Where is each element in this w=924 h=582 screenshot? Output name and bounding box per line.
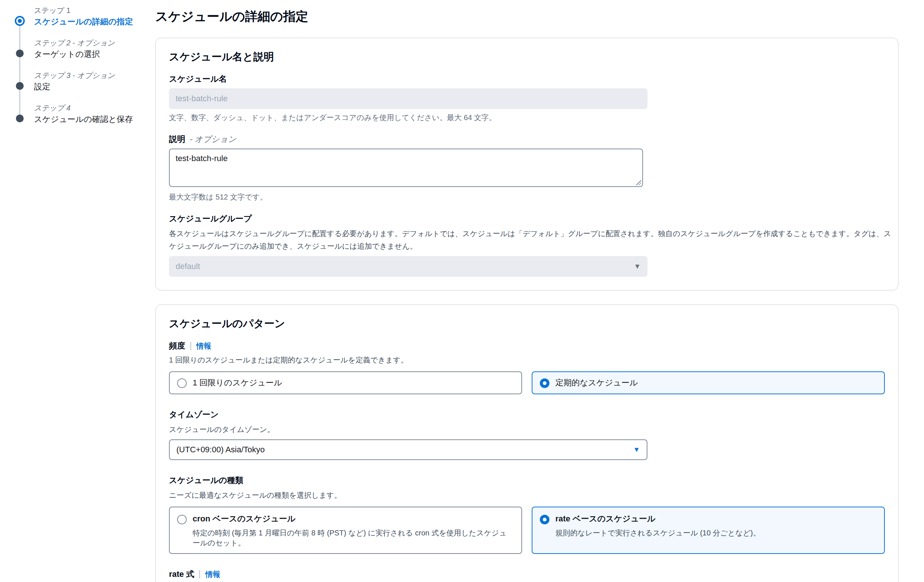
optional-suffix: - オプション — [190, 135, 236, 144]
timezone-description: スケジュールのタイムゾーン。 — [169, 423, 885, 436]
tile-title: rate ベースのスケジュール — [555, 513, 760, 524]
schedule-type-options: cron ベースのスケジュール 特定の時刻 (毎月第 1 月曜日の午前 8 時 … — [169, 506, 885, 554]
card-heading: スケジュール名と説明 — [169, 50, 885, 64]
step-label: ステップ 3 - オプション — [34, 70, 155, 81]
page: ステップ 1 スケジュールの詳細の指定 ステップ 2 - オプション ターゲット… — [0, 0, 924, 582]
timezone-selected-value: (UTC+09:00) Asia/Tokyo — [177, 445, 265, 454]
schedule-name-label: スケジュール名 — [169, 74, 885, 85]
schedule-group-select: default ▼ — [169, 256, 647, 277]
schedule-type-label: スケジュールの種類 — [169, 475, 885, 486]
step-title[interactable]: 設定 — [34, 81, 155, 92]
step-title[interactable]: スケジュールの詳細の指定 — [34, 16, 155, 27]
step-dot-icon — [16, 82, 24, 90]
description-helper: 最大文字数は 512 文字です。 — [169, 192, 885, 202]
schedule-type-description: ニーズに最適なスケジュールの種類を選択します。 — [169, 489, 885, 501]
main-content: スケジュールの詳細の指定 スケジュール名と説明 スケジュール名 文字、数字、ダッ… — [155, 5, 899, 582]
tile-label: 1 回限りのスケジュール — [193, 377, 282, 388]
radio-checked-icon[interactable] — [540, 515, 549, 524]
step-dot-icon — [16, 115, 24, 122]
caret-down-icon: ▼ — [633, 446, 640, 454]
schedule-group-selected-value: default — [176, 261, 200, 271]
tile-label: 定期的なスケジュール — [555, 377, 638, 388]
step-label: ステップ 2 - オプション — [34, 38, 155, 48]
schedule-pattern-card: スケジュールのパターン 頻度 情報 1 回限りのスケジュールまたは定期的なスケジ… — [155, 304, 899, 582]
tile-description: 特定の時刻 (毎月第 1 月曜日の午前 8 時 (PST) など) に実行される… — [193, 528, 514, 548]
recurring-schedule-tile[interactable]: 定期的なスケジュール — [532, 372, 885, 394]
divider — [199, 570, 200, 578]
description-label: 説明 - オプション — [169, 134, 885, 145]
frequency-options: 1 回限りのスケジュール 定期的なスケジュール — [169, 372, 885, 394]
step-title[interactable]: ターゲットの選択 — [34, 49, 155, 60]
rate-schedule-tile[interactable]: rate ベースのスケジュール 規則的なレートで実行されるスケジュール (10 … — [532, 506, 885, 554]
radio-checked-icon[interactable] — [540, 378, 549, 388]
radio-unchecked-icon[interactable] — [177, 515, 187, 524]
frequency-label: 頻度 — [169, 340, 185, 352]
step-title[interactable]: スケジュールの確認と保存 — [34, 114, 155, 125]
wizard-step-nav: ステップ 1 スケジュールの詳細の指定 ステップ 2 - オプション ターゲット… — [0, 5, 155, 582]
tile-description: 規則的なレートで実行されるスケジュール (10 分ごとなど)。 — [555, 528, 760, 538]
schedule-name-input — [169, 88, 647, 109]
schedule-name-helper: 文字、数字、ダッシュ、ドット、またはアンダースコアのみを使用してください。最大 … — [169, 113, 885, 123]
step-item-1[interactable]: ステップ 1 スケジュールの詳細の指定 — [15, 5, 155, 28]
resize-handle-icon[interactable] — [636, 180, 641, 185]
step-item-3[interactable]: ステップ 3 - オプション 設定 — [15, 70, 155, 93]
divider — [190, 342, 191, 350]
page-title: スケジュールの詳細の指定 — [155, 8, 899, 25]
schedule-group-description: 各スケジュールはスケジュールグループに配置する必要があります。デフォルトでは、ス… — [169, 227, 897, 252]
frequency-description: 1 回限りのスケジュールまたは定期的なスケジュールを定義できます。 — [169, 353, 885, 366]
rate-expression-label: rate 式 — [169, 569, 194, 580]
description-textarea[interactable]: test-batch-rule — [169, 148, 643, 187]
schedule-name-card: スケジュール名と説明 スケジュール名 文字、数字、ダッシュ、ドット、またはアンダ… — [155, 38, 899, 291]
timezone-select[interactable]: (UTC+09:00) Asia/Tokyo ▼ — [169, 439, 647, 460]
frequency-info-link[interactable]: 情報 — [196, 341, 211, 351]
step-active-radio-icon — [15, 16, 25, 26]
cron-schedule-tile[interactable]: cron ベースのスケジュール 特定の時刻 (毎月第 1 月曜日の午前 8 時 … — [169, 506, 522, 554]
card-heading: スケジュールのパターン — [169, 317, 885, 331]
step-item-4[interactable]: ステップ 4 スケジュールの確認と保存 — [15, 103, 155, 126]
step-item-2[interactable]: ステップ 2 - オプション ターゲットの選択 — [15, 38, 155, 61]
caret-down-icon: ▼ — [634, 262, 641, 271]
step-label: ステップ 4 — [34, 103, 155, 113]
step-label: ステップ 1 — [34, 5, 155, 15]
tile-title: cron ベースのスケジュール — [193, 513, 514, 524]
radio-unchecked-icon[interactable] — [177, 378, 187, 388]
step-dot-icon — [16, 49, 24, 57]
description-label-text: 説明 — [169, 135, 185, 144]
timezone-label: タイムゾーン — [169, 409, 885, 420]
schedule-group-label: スケジュールグループ — [169, 213, 885, 224]
one-time-schedule-tile[interactable]: 1 回限りのスケジュール — [169, 372, 522, 394]
rate-info-link[interactable]: 情報 — [205, 569, 220, 579]
